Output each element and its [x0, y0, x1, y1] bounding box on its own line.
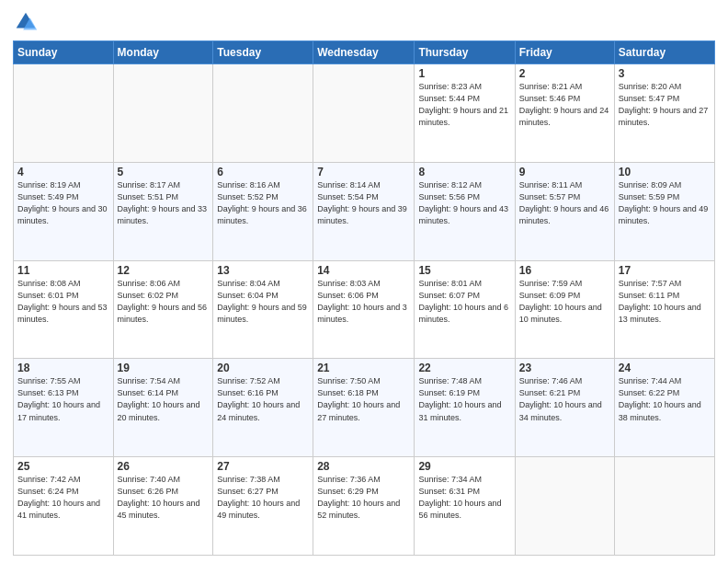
- day-number: 28: [317, 460, 410, 473]
- col-header-wednesday: Wednesday: [313, 41, 415, 64]
- calendar-cell: [113, 64, 213, 163]
- day-number: 14: [317, 264, 410, 277]
- calendar-week-row: 18Sunrise: 7:55 AM Sunset: 6:13 PM Dayli…: [14, 359, 715, 457]
- calendar-cell: 3Sunrise: 8:20 AM Sunset: 5:47 PM Daylig…: [614, 64, 714, 163]
- calendar-cell: [614, 457, 714, 556]
- calendar-cell: 22Sunrise: 7:48 AM Sunset: 6:19 PM Dayli…: [415, 359, 515, 457]
- day-info: Sunrise: 7:52 AM Sunset: 6:16 PM Dayligh…: [217, 375, 309, 423]
- calendar-cell: [515, 457, 614, 556]
- calendar-cell: 17Sunrise: 7:57 AM Sunset: 6:11 PM Dayli…: [614, 260, 714, 359]
- day-number: 15: [418, 264, 510, 277]
- calendar-cell: 28Sunrise: 7:36 AM Sunset: 6:29 PM Dayli…: [313, 457, 415, 556]
- day-number: 11: [17, 264, 109, 277]
- calendar-cell: [14, 64, 114, 163]
- day-info: Sunrise: 8:16 AM Sunset: 5:52 PM Dayligh…: [217, 179, 309, 227]
- calendar-page: SundayMondayTuesdayWednesdayThursdayFrid…: [0, 0, 728, 563]
- day-number: 5: [118, 166, 210, 178]
- calendar-cell: 12Sunrise: 8:06 AM Sunset: 6:02 PM Dayli…: [113, 260, 213, 359]
- day-number: 9: [519, 166, 610, 178]
- day-number: 3: [619, 67, 711, 80]
- day-info: Sunrise: 8:23 AM Sunset: 5:44 PM Dayligh…: [418, 81, 510, 129]
- day-number: 1: [418, 67, 510, 80]
- calendar-header-row: SundayMondayTuesdayWednesdayThursdayFrid…: [14, 41, 715, 64]
- col-header-saturday: Saturday: [614, 41, 714, 64]
- day-info: Sunrise: 8:09 AM Sunset: 5:59 PM Dayligh…: [619, 179, 711, 227]
- day-number: 17: [619, 264, 711, 277]
- day-number: 10: [619, 166, 711, 178]
- day-info: Sunrise: 8:14 AM Sunset: 5:54 PM Dayligh…: [317, 179, 410, 227]
- calendar-week-row: 1Sunrise: 8:23 AM Sunset: 5:44 PM Daylig…: [14, 64, 715, 163]
- day-number: 19: [118, 362, 210, 374]
- day-number: 8: [418, 166, 510, 178]
- col-header-monday: Monday: [113, 41, 213, 64]
- calendar-cell: [213, 64, 313, 163]
- calendar-cell: [313, 64, 415, 163]
- col-header-sunday: Sunday: [14, 41, 114, 64]
- col-header-thursday: Thursday: [415, 41, 515, 64]
- day-number: 2: [519, 67, 610, 80]
- calendar-cell: 19Sunrise: 7:54 AM Sunset: 6:14 PM Dayli…: [113, 359, 213, 457]
- day-number: 13: [217, 264, 309, 277]
- calendar-cell: 21Sunrise: 7:50 AM Sunset: 6:18 PM Dayli…: [313, 359, 415, 457]
- day-number: 16: [519, 264, 610, 277]
- logo: [13, 9, 42, 35]
- day-info: Sunrise: 7:55 AM Sunset: 6:13 PM Dayligh…: [17, 375, 109, 423]
- day-number: 20: [217, 362, 309, 374]
- day-info: Sunrise: 8:17 AM Sunset: 5:51 PM Dayligh…: [118, 179, 210, 227]
- day-info: Sunrise: 7:46 AM Sunset: 6:21 PM Dayligh…: [519, 375, 610, 423]
- day-number: 18: [17, 362, 109, 374]
- day-info: Sunrise: 8:11 AM Sunset: 5:57 PM Dayligh…: [519, 179, 610, 227]
- day-number: 6: [217, 166, 309, 178]
- day-info: Sunrise: 7:59 AM Sunset: 6:09 PM Dayligh…: [519, 278, 610, 326]
- day-info: Sunrise: 8:03 AM Sunset: 6:06 PM Dayligh…: [317, 278, 410, 326]
- calendar-cell: 25Sunrise: 7:42 AM Sunset: 6:24 PM Dayli…: [14, 457, 114, 556]
- day-info: Sunrise: 7:50 AM Sunset: 6:18 PM Dayligh…: [317, 375, 410, 423]
- calendar-cell: 23Sunrise: 7:46 AM Sunset: 6:21 PM Dayli…: [515, 359, 614, 457]
- calendar-cell: 6Sunrise: 8:16 AM Sunset: 5:52 PM Daylig…: [213, 162, 313, 260]
- day-info: Sunrise: 7:42 AM Sunset: 6:24 PM Dayligh…: [17, 474, 109, 522]
- col-header-friday: Friday: [515, 41, 614, 64]
- day-info: Sunrise: 7:40 AM Sunset: 6:26 PM Dayligh…: [118, 474, 210, 522]
- calendar-week-row: 4Sunrise: 8:19 AM Sunset: 5:49 PM Daylig…: [14, 162, 715, 260]
- day-number: 24: [619, 362, 711, 374]
- day-info: Sunrise: 7:54 AM Sunset: 6:14 PM Dayligh…: [118, 375, 210, 423]
- calendar-week-row: 25Sunrise: 7:42 AM Sunset: 6:24 PM Dayli…: [14, 457, 715, 556]
- calendar-cell: 26Sunrise: 7:40 AM Sunset: 6:26 PM Dayli…: [113, 457, 213, 556]
- header: [13, 9, 715, 35]
- day-info: Sunrise: 8:21 AM Sunset: 5:46 PM Dayligh…: [519, 81, 610, 129]
- calendar-cell: 13Sunrise: 8:04 AM Sunset: 6:04 PM Dayli…: [213, 260, 313, 359]
- calendar-cell: 10Sunrise: 8:09 AM Sunset: 5:59 PM Dayli…: [614, 162, 714, 260]
- day-number: 23: [519, 362, 610, 374]
- calendar-cell: 4Sunrise: 8:19 AM Sunset: 5:49 PM Daylig…: [14, 162, 114, 260]
- logo-icon: [13, 9, 39, 35]
- calendar-cell: 20Sunrise: 7:52 AM Sunset: 6:16 PM Dayli…: [213, 359, 313, 457]
- day-info: Sunrise: 8:19 AM Sunset: 5:49 PM Dayligh…: [17, 179, 109, 227]
- calendar-table: SundayMondayTuesdayWednesdayThursdayFrid…: [13, 40, 715, 556]
- day-number: 12: [118, 264, 210, 277]
- day-info: Sunrise: 8:08 AM Sunset: 6:01 PM Dayligh…: [17, 278, 109, 326]
- calendar-cell: 24Sunrise: 7:44 AM Sunset: 6:22 PM Dayli…: [614, 359, 714, 457]
- day-number: 7: [317, 166, 410, 178]
- col-header-tuesday: Tuesday: [213, 41, 313, 64]
- calendar-cell: 2Sunrise: 8:21 AM Sunset: 5:46 PM Daylig…: [515, 64, 614, 163]
- day-info: Sunrise: 7:57 AM Sunset: 6:11 PM Dayligh…: [619, 278, 711, 326]
- calendar-cell: 8Sunrise: 8:12 AM Sunset: 5:56 PM Daylig…: [415, 162, 515, 260]
- day-info: Sunrise: 8:04 AM Sunset: 6:04 PM Dayligh…: [217, 278, 309, 326]
- calendar-cell: 16Sunrise: 7:59 AM Sunset: 6:09 PM Dayli…: [515, 260, 614, 359]
- day-info: Sunrise: 7:38 AM Sunset: 6:27 PM Dayligh…: [217, 474, 309, 522]
- calendar-cell: 9Sunrise: 8:11 AM Sunset: 5:57 PM Daylig…: [515, 162, 614, 260]
- day-info: Sunrise: 7:48 AM Sunset: 6:19 PM Dayligh…: [418, 375, 510, 423]
- calendar-cell: 11Sunrise: 8:08 AM Sunset: 6:01 PM Dayli…: [14, 260, 114, 359]
- day-number: 22: [418, 362, 510, 374]
- calendar-cell: 27Sunrise: 7:38 AM Sunset: 6:27 PM Dayli…: [213, 457, 313, 556]
- calendar-cell: 18Sunrise: 7:55 AM Sunset: 6:13 PM Dayli…: [14, 359, 114, 457]
- day-info: Sunrise: 8:06 AM Sunset: 6:02 PM Dayligh…: [118, 278, 210, 326]
- calendar-cell: 7Sunrise: 8:14 AM Sunset: 5:54 PM Daylig…: [313, 162, 415, 260]
- calendar-cell: 14Sunrise: 8:03 AM Sunset: 6:06 PM Dayli…: [313, 260, 415, 359]
- calendar-cell: 15Sunrise: 8:01 AM Sunset: 6:07 PM Dayli…: [415, 260, 515, 359]
- day-info: Sunrise: 7:34 AM Sunset: 6:31 PM Dayligh…: [418, 474, 510, 522]
- calendar-cell: 29Sunrise: 7:34 AM Sunset: 6:31 PM Dayli…: [415, 457, 515, 556]
- calendar-cell: 5Sunrise: 8:17 AM Sunset: 5:51 PM Daylig…: [113, 162, 213, 260]
- day-number: 21: [317, 362, 410, 374]
- day-number: 26: [118, 460, 210, 473]
